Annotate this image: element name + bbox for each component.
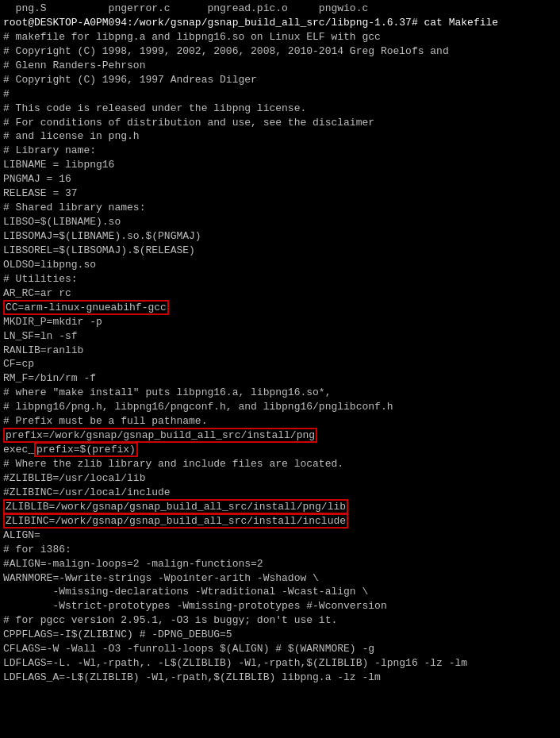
- terminal-line: ALIGN=: [3, 529, 557, 543]
- terminal-line: png.S pngerror.c pngread.pic.o pngwio.c: [3, 2, 557, 16]
- terminal-line: MKDIR_P=mkdir -p: [3, 315, 557, 329]
- terminal-line: # makefile for libpng.a and libpng16.so …: [3, 30, 557, 44]
- terminal-content: png.S pngerror.c pngread.pic.o pngwio.cr…: [3, 2, 557, 685]
- terminal-line: # Prefix must be a full pathname.: [3, 414, 557, 429]
- terminal-line: # where "make install" puts libpng16.a, …: [3, 386, 557, 400]
- terminal-line: # Copyright (C) 1998, 1999, 2002, 2006, …: [3, 44, 557, 59]
- terminal-line: LIBNAME = libpng16: [3, 158, 557, 172]
- terminal-line: CC=arm-linux-gnueabihf-gcc: [3, 301, 557, 315]
- terminal-line: LIBSOREL=$(LIBSOMAJ).$(RELEASE): [3, 244, 557, 258]
- highlighted-line: prefix=/work/gsnap/gsnap_build_all_src/i…: [3, 428, 317, 443]
- terminal-line: RM_F=/bin/rm -f: [3, 371, 557, 386]
- terminal-line: -Wstrict-prototypes -Wmissing-prototypes…: [3, 599, 557, 613]
- terminal-line: prefix=/work/gsnap/gsnap_build_all_src/i…: [3, 429, 557, 443]
- terminal-line: # Utilities:: [3, 272, 557, 286]
- terminal-line: WARNMORE=-Wwrite-strings -Wpointer-arith…: [3, 571, 557, 586]
- terminal-line: RANLIB=ranlib: [3, 344, 557, 358]
- terminal-window: png.S pngerror.c pngread.pic.o pngwio.cr…: [0, 0, 560, 738]
- terminal-line: exec_prefix=$(prefix): [3, 443, 557, 457]
- terminal-line: PNGMAJ = 16: [3, 172, 557, 186]
- terminal-line: AR_RC=ar rc: [3, 286, 557, 301]
- terminal-line: # for i386:: [3, 543, 557, 557]
- terminal-line: # libpng16/png.h, libpng16/pngconf.h, an…: [3, 400, 557, 414]
- terminal-line: RELEASE = 37: [3, 186, 557, 201]
- terminal-line: LDFLAGS_A=-L$(ZLIBLIB) -Wl,-rpath,$(ZLIB…: [3, 671, 557, 685]
- terminal-line: # for pgcc version 2.95.1, -O3 is buggy;…: [3, 613, 557, 628]
- terminal-line: # For conditions of distribution and use…: [3, 116, 557, 130]
- highlighted-partial: prefix=$(prefix): [34, 442, 138, 457]
- terminal-line: LIBSO=$(LIBNAME).so: [3, 215, 557, 229]
- terminal-line: CF=cp: [3, 357, 557, 371]
- terminal-line: LIBSOMAJ=$(LIBNAME).so.$(PNGMAJ): [3, 229, 557, 244]
- terminal-line: root@DESKTOP-A0PM094:/work/gsnap/gsnap_b…: [3, 16, 557, 30]
- terminal-line: # Where the zlib library and include fil…: [3, 457, 557, 471]
- highlighted-line: ZLIBLIB=/work/gsnap/gsnap_build_all_src/…: [3, 499, 348, 514]
- terminal-line: LDFLAGS=-L. -Wl,-rpath,. -L$(ZLIBLIB) -W…: [3, 656, 557, 671]
- highlighted-line: ZLIBINC=/work/gsnap/gsnap_build_all_src/…: [3, 513, 348, 529]
- terminal-line: # Copyright (C) 1996, 1997 Andreas Dilge…: [3, 73, 557, 87]
- terminal-line: LN_SF=ln -sf: [3, 329, 557, 344]
- terminal-line: # Shared library names:: [3, 201, 557, 215]
- terminal-line: #ZLIBINC=/usr/local/include: [3, 486, 557, 500]
- terminal-line: # Glenn Randers-Pehrson: [3, 59, 557, 73]
- terminal-line: # and license in png.h: [3, 129, 557, 144]
- terminal-line: CPPFLAGS=-I$(ZLIBINC) # -DPNG_DEBUG=5: [3, 628, 557, 642]
- terminal-line: # This code is released under the libpng…: [3, 102, 557, 116]
- terminal-line: ZLIBLIB=/work/gsnap/gsnap_build_all_src/…: [3, 500, 557, 514]
- highlighted-line: CC=arm-linux-gnueabihf-gcc: [3, 300, 169, 315]
- terminal-line: #ALIGN=-malign-loops=2 -malign-functions…: [3, 557, 557, 571]
- terminal-line: #: [3, 87, 557, 102]
- terminal-line: CFLAGS=-W -Wall -O3 -funroll-loops $(ALI…: [3, 642, 557, 656]
- terminal-line: ZLIBINC=/work/gsnap/gsnap_build_all_src/…: [3, 514, 557, 529]
- terminal-line: -Wmissing-declarations -Wtraditional -Wc…: [3, 585, 557, 599]
- terminal-line: OLDSO=libpng.so: [3, 258, 557, 272]
- terminal-line: # Library name:: [3, 144, 557, 158]
- terminal-line: #ZLIBLIB=/usr/local/lib: [3, 471, 557, 486]
